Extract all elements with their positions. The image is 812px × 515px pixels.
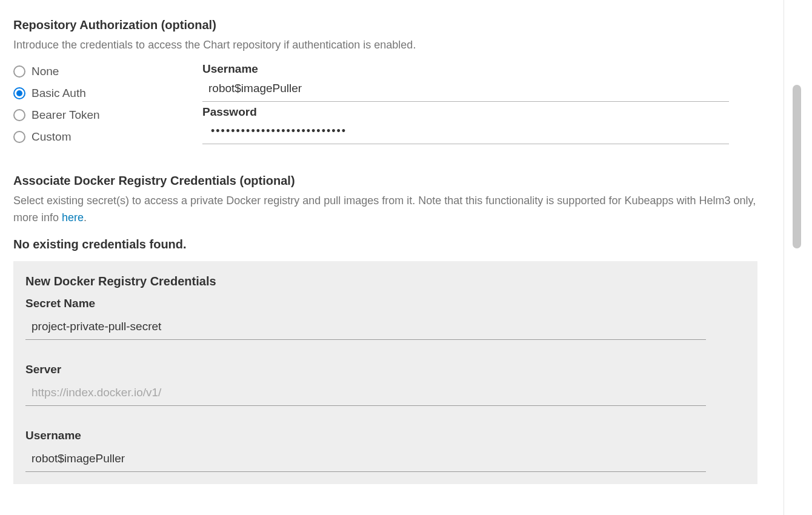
scrollbar-thumb[interactable] [793, 85, 801, 248]
scrollbar-track[interactable] [793, 0, 801, 515]
server-label: Server [25, 363, 745, 376]
docker-description-text: Select existing secret(s) to access a pr… [13, 194, 756, 224]
page-container: Repository Authorization (optional) Intr… [0, 0, 779, 515]
docker-credentials-card: New Docker Registry Credentials Secret N… [13, 261, 757, 484]
docker-section-description: Select existing secret(s) to access a pr… [13, 193, 765, 227]
radio-label-basic: Basic Auth [32, 87, 86, 100]
docker-section-title: Associate Docker Registry Credentials (o… [13, 174, 765, 188]
username-field-group: Username [202, 62, 729, 102]
secret-name-input[interactable] [25, 315, 706, 340]
server-field: Server [25, 363, 745, 406]
password-input[interactable]: ••••••••••••••••••••••••••• [202, 120, 729, 144]
repo-auth-title: Repository Authorization (optional) [13, 18, 765, 32]
docker-card-title: New Docker Registry Credentials [25, 274, 745, 288]
radio-option-bearer-token[interactable]: Bearer Token [13, 108, 202, 122]
radio-label-none: None [32, 65, 59, 78]
radio-label-custom: Custom [32, 130, 71, 144]
no-credentials-text: No existing credentials found. [13, 238, 765, 251]
secret-name-label: Secret Name [25, 297, 745, 310]
docker-username-field: Username [25, 429, 745, 472]
vertical-divider [784, 0, 784, 515]
radio-label-bearer: Bearer Token [32, 108, 100, 122]
password-label: Password [202, 105, 729, 119]
radio-icon-selected [13, 87, 25, 99]
repo-auth-description: Introduce the credentials to access the … [13, 37, 765, 54]
radio-icon [13, 65, 25, 78]
radio-icon [13, 131, 25, 143]
radio-column: None Basic Auth Bearer Token Custom [13, 62, 202, 152]
radio-option-custom[interactable]: Custom [13, 130, 202, 144]
here-link[interactable]: here [62, 211, 84, 224]
credentials-column: Username Password ••••••••••••••••••••••… [202, 62, 765, 152]
username-label: Username [202, 62, 729, 76]
secret-name-field: Secret Name [25, 297, 745, 340]
radio-option-none[interactable]: None [13, 65, 202, 78]
docker-username-label: Username [25, 429, 745, 442]
radio-icon [13, 109, 25, 121]
username-input[interactable] [202, 77, 729, 102]
repo-auth-row: None Basic Auth Bearer Token Custom User… [13, 62, 765, 152]
docker-username-input[interactable] [25, 447, 706, 472]
radio-option-basic-auth[interactable]: Basic Auth [13, 87, 202, 100]
docker-description-suffix: . [84, 211, 87, 224]
server-input[interactable] [25, 381, 706, 406]
password-field-group: Password ••••••••••••••••••••••••••• [202, 105, 729, 144]
